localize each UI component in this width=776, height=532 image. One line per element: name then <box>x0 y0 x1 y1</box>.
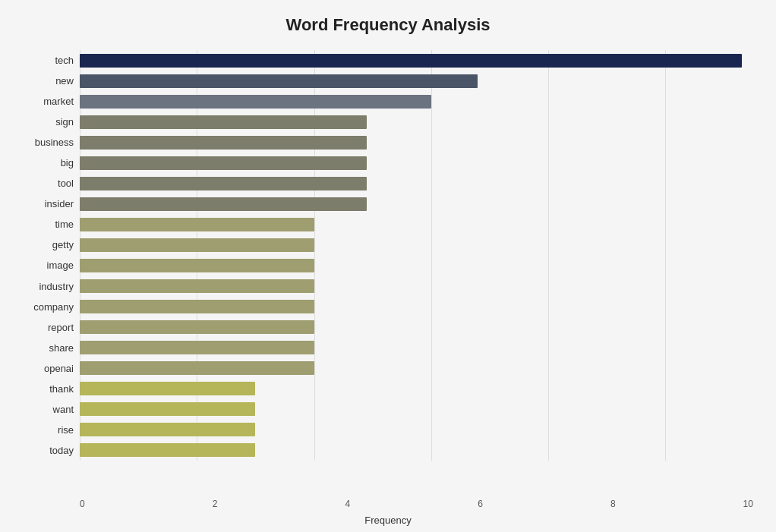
bar <box>80 218 314 231</box>
grid-line <box>80 50 80 461</box>
bar-row <box>80 360 753 376</box>
x-axis: 0246810 <box>80 499 753 509</box>
bar <box>80 259 314 272</box>
x-tick: 10 <box>743 499 753 509</box>
bar <box>80 361 314 375</box>
y-label: insider <box>45 196 74 212</box>
y-label: industry <box>39 278 74 294</box>
bar-row <box>80 237 753 253</box>
bar <box>80 402 255 416</box>
bar <box>80 279 314 293</box>
grid-line <box>665 50 666 461</box>
y-label: big <box>61 155 74 172</box>
bar-row <box>80 216 753 233</box>
bar <box>80 197 367 211</box>
bar <box>80 54 742 68</box>
bar <box>80 156 367 170</box>
y-label: today <box>49 442 74 458</box>
bar <box>80 341 314 354</box>
bar-row <box>80 339 753 356</box>
grid-line <box>548 50 549 461</box>
bar-row <box>80 155 753 172</box>
bar-row <box>80 257 753 274</box>
x-tick: 4 <box>345 499 350 509</box>
bar-row <box>80 114 753 131</box>
bar <box>80 238 314 252</box>
bar <box>80 382 255 395</box>
bar-row <box>80 298 753 315</box>
grid-lines <box>80 50 753 461</box>
y-label: image <box>47 257 74 274</box>
bar-row <box>80 93 753 110</box>
bar-row <box>80 175 753 192</box>
y-label: time <box>55 216 74 233</box>
bar <box>80 177 367 190</box>
y-label: getty <box>52 237 74 253</box>
x-tick: 8 <box>610 499 616 509</box>
bar <box>80 300 314 313</box>
y-label: business <box>35 134 74 151</box>
y-label: new <box>55 73 74 90</box>
bar <box>80 423 255 436</box>
y-axis: technewmarketsignbusinessbigtoolinsidert… <box>23 50 80 461</box>
y-label: share <box>49 339 74 356</box>
bar-row <box>80 73 753 90</box>
bar <box>80 443 255 457</box>
chart-area: technewmarketsignbusinessbigtoolinsidert… <box>23 50 753 461</box>
y-label: market <box>43 93 74 110</box>
bar-row <box>80 278 753 294</box>
chart-container: Word Frequency Analysis technewmarketsig… <box>0 0 776 532</box>
bar <box>80 74 478 88</box>
bar-row <box>80 401 753 417</box>
bar <box>80 115 367 129</box>
y-label: want <box>53 401 74 417</box>
y-label: rise <box>58 421 74 438</box>
chart-title: Word Frequency Analysis <box>23 15 753 35</box>
bar-row <box>80 134 753 151</box>
x-tick: 2 <box>213 499 218 509</box>
bar-row <box>80 442 753 458</box>
bar <box>80 320 314 334</box>
x-tick: 0 <box>80 499 85 509</box>
bar-row <box>80 421 753 438</box>
y-label: sign <box>55 114 74 131</box>
grid-line <box>431 50 432 461</box>
bar-row <box>80 196 753 212</box>
bar <box>80 95 431 109</box>
bar <box>80 136 367 150</box>
y-label: report <box>48 319 74 335</box>
y-label: tech <box>55 52 74 69</box>
y-label: openai <box>44 360 74 376</box>
x-tick: 6 <box>478 499 483 509</box>
bar-row <box>80 380 753 397</box>
grid-line <box>314 50 315 461</box>
x-axis-label: Frequency <box>0 515 776 526</box>
y-label: thank <box>49 380 74 397</box>
y-label: company <box>33 298 74 315</box>
y-label: tool <box>58 175 74 192</box>
bar-row <box>80 319 753 335</box>
bars-area <box>80 50 753 461</box>
bar-row <box>80 52 753 69</box>
grid-line <box>197 50 197 461</box>
